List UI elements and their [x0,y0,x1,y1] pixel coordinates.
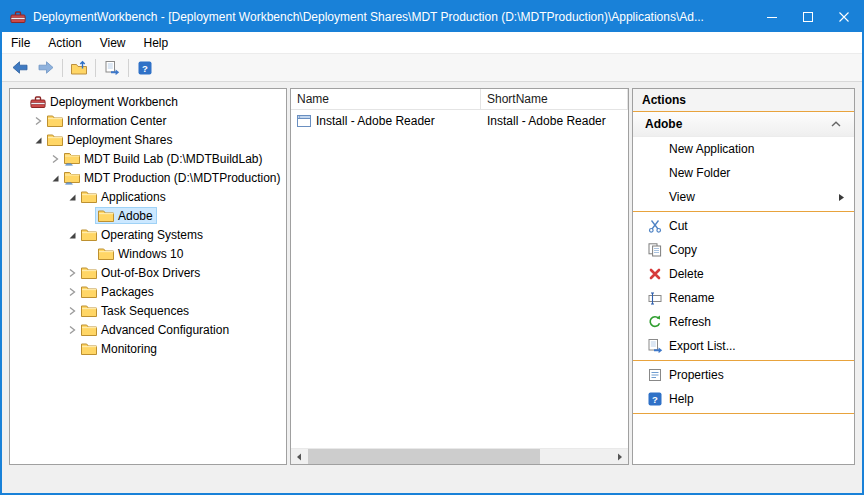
action-copy[interactable]: Copy [633,238,854,262]
tree-item-label: Deployment Shares [67,133,172,147]
tree-item-out-of-box-drivers[interactable]: Out-of-Box Drivers [10,263,286,282]
tree-item-label: Applications [101,190,166,204]
title-bar: DeploymentWorkbench - [Deployment Workbe… [2,2,862,32]
tree-item-label: Task Sequences [101,304,189,318]
list-item-name-label: Install - Adobe Reader [316,114,435,128]
tree-item-label: Out-of-Box Drivers [101,266,200,280]
chevron-expanded-icon[interactable] [48,168,61,187]
tree-item-content: MDT Build Lab (D:\MDTBuildLab) [61,150,267,167]
chevron-expanded-icon[interactable] [31,130,44,149]
action-properties[interactable]: Properties [633,363,854,387]
tree-item-packages[interactable]: Packages [10,282,286,301]
tree-item-label: Windows 10 [118,247,183,261]
action-item-label: Rename [669,291,714,305]
folder-icon [98,209,114,222]
up-one-level-button[interactable] [66,56,92,80]
folder-icon [81,304,97,317]
scroll-left-button[interactable] [291,449,307,464]
action-help[interactable]: ?Help [633,387,854,411]
actions-separator [633,211,854,212]
chevron-expanded-icon[interactable] [65,225,78,244]
maximize-button[interactable] [790,2,826,32]
action-item-label: New Application [669,142,754,156]
action-new-folder[interactable]: New Folder [633,161,854,185]
action-new-application[interactable]: New Application [633,137,854,161]
chevron-collapsed-icon[interactable] [48,149,61,168]
tree-item-adobe[interactable]: Adobe [10,206,286,225]
chevron-expanded-icon[interactable] [65,187,78,206]
tree-item-deployment-workbench[interactable]: Deployment Workbench [10,92,286,111]
properties-icon [646,368,664,382]
app-window: DeploymentWorkbench - [Deployment Workbe… [0,0,864,495]
menu-help[interactable]: Help [135,32,178,53]
scroll-right-button[interactable] [612,449,628,464]
actions-pane-title: Actions [633,89,854,112]
export-icon [646,339,664,353]
menu-view[interactable]: View [91,32,135,53]
results-pane: Name ShortName Install - Adobe ReaderIns… [290,88,629,465]
folder-icon [81,190,97,203]
action-rename[interactable]: Rename [633,286,854,310]
chevron-collapsed-icon[interactable] [65,282,78,301]
menu-action[interactable]: Action [39,32,90,53]
chevron-collapsed-icon[interactable] [31,111,44,130]
action-view[interactable]: View [633,185,854,209]
copy-icon [646,243,664,257]
list-item-install-adobe-reader[interactable]: Install - Adobe ReaderInstall - Adobe Re… [291,111,628,130]
shared-folder-icon [64,171,80,185]
tree-item-operating-systems[interactable]: Operating Systems [10,225,286,244]
list-cell-name: Install - Adobe Reader [291,114,481,128]
tree-item-advanced-configuration[interactable]: Advanced Configuration [10,320,286,339]
folder-icon [81,266,97,279]
chevron-collapsed-icon[interactable] [65,320,78,339]
shared-folder-icon [64,152,80,166]
svg-text:?: ? [142,62,148,73]
help-button[interactable]: ? [132,56,158,80]
horizontal-scrollbar[interactable] [291,448,628,464]
delete-icon [646,267,664,281]
action-refresh[interactable]: Refresh [633,310,854,334]
list-header: Name ShortName [291,89,628,110]
export-list-button[interactable] [99,56,125,80]
column-header-shortname[interactable]: ShortName [481,89,628,109]
menu-file[interactable]: File [2,32,39,53]
tree-item-mdt-build-lab-d-mdtbuildlab[interactable]: MDT Build Lab (D:\MDTBuildLab) [10,149,286,168]
close-button[interactable] [826,2,862,32]
action-group-header[interactable]: Adobe [633,112,854,137]
chevron-collapsed-icon[interactable] [65,301,78,320]
tree-item-windows-10[interactable]: Windows 10 [10,244,286,263]
forward-button[interactable] [33,56,59,80]
action-delete[interactable]: Delete [633,262,854,286]
scroll-thumb[interactable] [308,449,540,464]
tree-item-applications[interactable]: Applications [10,187,286,206]
main-content: Deployment WorkbenchInformation CenterDe… [2,82,862,471]
folder-icon [47,133,63,146]
tree-item-mdt-production-d-mdtproduction[interactable]: MDT Production (D:\MDTProduction) [10,168,286,187]
action-export-list[interactable]: Export List... [633,334,854,358]
svg-text:?: ? [652,394,658,405]
tree-item-deployment-shares[interactable]: Deployment Shares [10,130,286,149]
action-item-label: Cut [669,219,688,233]
scroll-track[interactable] [307,449,612,464]
tree-item-label: Information Center [67,114,166,128]
action-cut[interactable]: Cut [633,214,854,238]
actions-separator [633,413,854,414]
chevron-collapsed-icon[interactable] [65,263,78,282]
refresh-icon [646,315,664,329]
tree-item-task-sequences[interactable]: Task Sequences [10,301,286,320]
column-header-name[interactable]: Name [291,89,481,109]
collapse-group-button[interactable] [827,119,845,129]
minimize-button[interactable] [754,2,790,32]
tree-item-information-center[interactable]: Information Center [10,111,286,130]
tree-item-monitoring[interactable]: Monitoring [10,339,286,358]
tree-item-content: Deployment Shares [44,131,176,148]
action-item-label: Refresh [669,315,711,329]
back-button[interactable] [7,56,33,80]
chevron-spacer [65,339,78,358]
folder-icon [47,114,63,127]
folder-icon [81,342,97,355]
console-tree-pane: Deployment WorkbenchInformation CenterDe… [9,88,287,465]
submenu-arrow-icon [838,193,847,202]
tree-item-content: Task Sequences [78,302,193,319]
chevron-spacer [82,244,95,263]
